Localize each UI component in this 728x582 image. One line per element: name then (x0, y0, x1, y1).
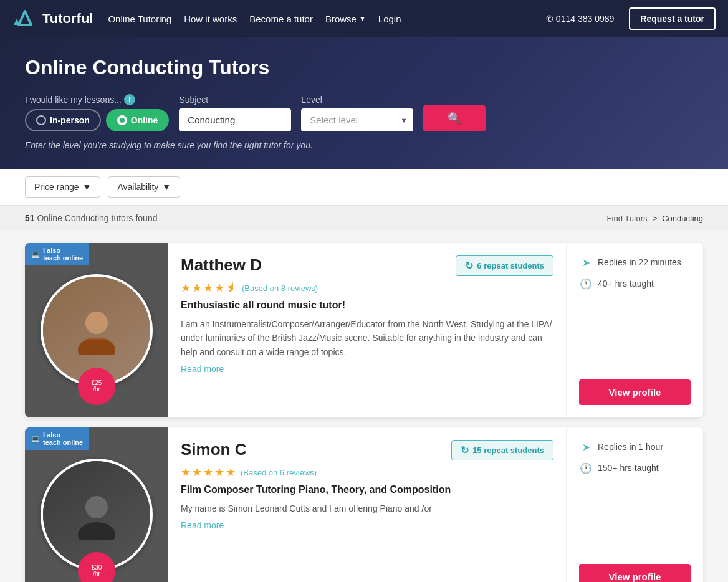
star-2: ★ (192, 281, 202, 295)
star-2: ★ (192, 465, 202, 479)
results-count: 51 Online Conducting tutors found (25, 213, 157, 223)
level-label: Level (301, 95, 413, 105)
logo-icon (12, 6, 37, 31)
replies-stat: ➤ Replies in 1 hour (579, 440, 691, 454)
tutor-main: Simon C ↻ 15 repeat students ★ ★ ★ ★ ★ (… (168, 427, 566, 582)
radio-circle-empty (36, 115, 46, 125)
tutor-header: Simon C ↻ 15 repeat students (181, 440, 553, 460)
star-3: ★ (203, 281, 213, 295)
star-half: ⯨ (226, 282, 237, 295)
chevron-down-icon: ▼ (359, 15, 366, 22)
repeat-students-badge: ↻ 6 repeat students (456, 255, 553, 276)
tutor-name: Matthew D (181, 255, 262, 275)
star-4: ★ (214, 465, 224, 479)
star-3: ★ (203, 465, 213, 479)
view-profile-button[interactable]: View profile (579, 564, 691, 582)
price-range-filter[interactable]: Price range ▼ (25, 176, 100, 198)
repeat-icon: ↻ (465, 260, 473, 272)
search-button[interactable]: 🔍 (423, 105, 486, 131)
tutor-bio: I am an Instrumentalist/Composer/Arrange… (181, 317, 553, 359)
tutor-bio: My name is Simon Leonard Cutts and I am … (181, 502, 553, 515)
subject-label: Subject (179, 95, 291, 105)
filters-bar: Price range ▼ Availability ▼ (0, 169, 728, 206)
breadcrumb-separator: > (653, 214, 658, 223)
request-tutor-button[interactable]: Request a tutor (629, 7, 716, 30)
svg-point-3 (78, 338, 115, 355)
tutor-card: 💻 I also teach online (25, 243, 703, 417)
svg-point-5 (78, 522, 115, 540)
replies-stat: ➤ Replies in 22 minutes (579, 255, 691, 269)
navbar: Tutorful Online Tutoring How it works Be… (0, 0, 728, 37)
tutor-card: 💻 I also teach online £30 (25, 427, 703, 582)
view-profile-button[interactable]: View profile (579, 379, 691, 405)
tutor-side: ➤ Replies in 22 minutes 🕐 40+ hrs taught… (566, 243, 703, 417)
tutor-photo-col: 💻 I also teach online (25, 243, 168, 417)
info-icon[interactable]: i (124, 94, 135, 105)
send-icon: ➤ (579, 440, 593, 454)
repeat-icon: ↻ (461, 444, 469, 456)
star-4: ★ (214, 281, 224, 295)
lesson-type-label: I would like my lessons... (25, 95, 122, 105)
star-rating: ★ ★ ★ ★ ★ (Based on 6 reviews) (181, 465, 553, 479)
hours-stat: 🕐 40+ hrs taught (579, 277, 691, 290)
laptop-icon: 💻 (31, 250, 40, 259)
nav-browse-dropdown[interactable]: Browse ▼ (325, 14, 366, 24)
tutor-name: Simon C (181, 440, 246, 459)
tutor-headline: Enthusiastic all round music tutor! (181, 300, 553, 311)
svg-marker-0 (19, 11, 31, 25)
chevron-down-icon: ▼ (162, 182, 171, 192)
nav-link-login[interactable]: Login (378, 14, 401, 24)
star-5: ★ (226, 465, 236, 479)
availability-filter[interactable]: Availability ▼ (108, 176, 180, 198)
nav-link-how-it-works[interactable]: How it works (184, 14, 237, 24)
clock-icon: 🕐 (579, 461, 593, 475)
nav-link-become-tutor[interactable]: Become a tutor (249, 14, 313, 24)
breadcrumb-home[interactable]: Find Tutors (607, 214, 648, 223)
svg-point-4 (85, 496, 108, 518)
svg-point-2 (85, 312, 108, 334)
star-1: ★ (181, 465, 191, 479)
breadcrumb-current: Conducting (662, 214, 703, 223)
level-select[interactable]: Select level GCSE A-Level Degree Beginne… (301, 108, 413, 131)
lesson-type-group: I would like my lessons... i In-person O… (25, 94, 169, 131)
lesson-type-options: In-person Online (25, 109, 169, 131)
tutor-photo-col: 💻 I also teach online £30 (25, 427, 168, 582)
chevron-down-icon: ▼ (83, 182, 92, 192)
nav-phone: ✆ 0114 383 0989 (546, 14, 614, 24)
nav-links: Online Tutoring How it works Become a tu… (108, 14, 531, 24)
hint-text: Enter the level you're studying to make … (25, 140, 703, 150)
subject-input[interactable] (179, 108, 291, 131)
logo[interactable]: Tutorful (12, 6, 93, 31)
search-bar: I would like my lessons... i In-person O… (25, 94, 703, 131)
level-group: Level Select level GCSE A-Level Degree B… (301, 95, 413, 131)
price-badge: £25 /hr (78, 368, 115, 405)
reviews-link[interactable]: (Based on 8 reviews) (242, 284, 318, 293)
teach-online-badge: 💻 I also teach online (25, 243, 89, 265)
repeat-students-badge: ↻ 15 repeat students (451, 440, 553, 460)
subject-group: Subject (179, 95, 291, 131)
star-rating: ★ ★ ★ ★ ⯨ (Based on 8 reviews) (181, 281, 553, 295)
results-bar: 51 Online Conducting tutors found Find T… (0, 206, 728, 231)
send-icon: ➤ (579, 255, 593, 269)
page-title: Online Conducting Tutors (25, 56, 703, 79)
read-more-link[interactable]: Read more (181, 520, 224, 530)
level-select-wrapper: Select level GCSE A-Level Degree Beginne… (301, 108, 413, 131)
tutor-headline: Film Composer Tutoring Piano, Theory, an… (181, 484, 553, 495)
tutor-header: Matthew D ↻ 6 repeat students (181, 255, 553, 276)
nav-link-online-tutoring[interactable]: Online Tutoring (108, 14, 171, 24)
in-person-radio[interactable]: In-person (25, 109, 101, 131)
read-more-link[interactable]: Read more (181, 364, 224, 374)
reviews-link[interactable]: (Based on 6 reviews) (241, 468, 317, 477)
clock-icon: 🕐 (579, 277, 593, 290)
hours-stat: 🕐 150+ hrs taught (579, 461, 691, 475)
tutor-list: 💻 I also teach online (0, 231, 728, 582)
star-1: ★ (181, 281, 191, 295)
hero-section: Online Conducting Tutors I would like my… (0, 37, 728, 169)
online-radio[interactable]: Online (106, 109, 170, 131)
teach-online-badge: 💻 I also teach online (25, 427, 89, 450)
laptop-icon: 💻 (31, 435, 40, 443)
breadcrumb: Find Tutors > Conducting (607, 214, 703, 223)
tutor-main: Matthew D ↻ 6 repeat students ★ ★ ★ ★ ⯨ … (168, 243, 566, 417)
tutor-side: ➤ Replies in 1 hour 🕐 150+ hrs taught Vi… (566, 427, 703, 582)
radio-circle-filled (117, 115, 127, 125)
